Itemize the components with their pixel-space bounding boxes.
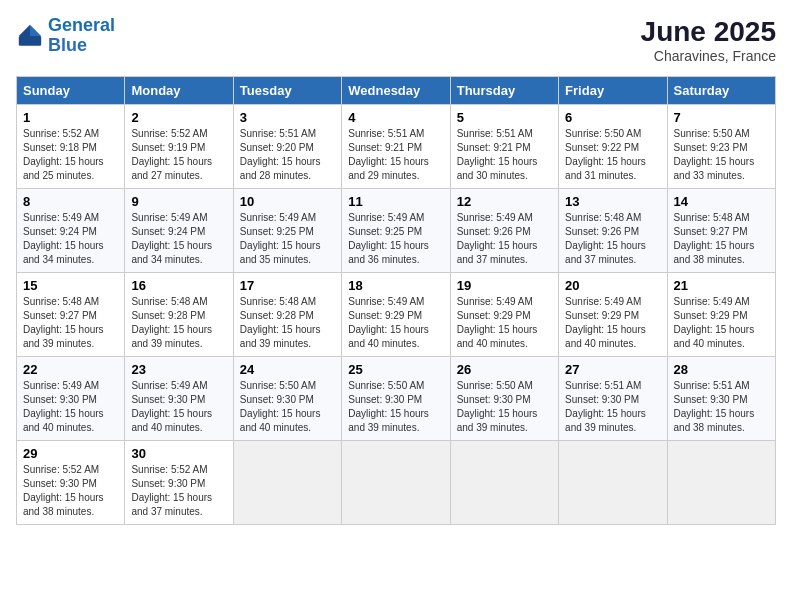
day-cell-null bbox=[667, 441, 775, 525]
day-number: 7 bbox=[674, 110, 769, 125]
day-info: Sunrise: 5:49 AMSunset: 9:29 PMDaylight:… bbox=[457, 295, 552, 351]
logo-icon bbox=[16, 22, 44, 50]
day-info: Sunrise: 5:51 AMSunset: 9:21 PMDaylight:… bbox=[348, 127, 443, 183]
col-tuesday: Tuesday bbox=[233, 77, 341, 105]
day-cell-27: 27Sunrise: 5:51 AMSunset: 9:30 PMDayligh… bbox=[559, 357, 667, 441]
day-cell-null bbox=[342, 441, 450, 525]
day-cell-null bbox=[233, 441, 341, 525]
col-saturday: Saturday bbox=[667, 77, 775, 105]
day-cell-13: 13Sunrise: 5:48 AMSunset: 9:26 PMDayligh… bbox=[559, 189, 667, 273]
day-cell-1: 1Sunrise: 5:52 AMSunset: 9:18 PMDaylight… bbox=[17, 105, 125, 189]
day-cell-7: 7Sunrise: 5:50 AMSunset: 9:23 PMDaylight… bbox=[667, 105, 775, 189]
week-row-5: 29Sunrise: 5:52 AMSunset: 9:30 PMDayligh… bbox=[17, 441, 776, 525]
day-cell-15: 15Sunrise: 5:48 AMSunset: 9:27 PMDayligh… bbox=[17, 273, 125, 357]
logo-blue: Blue bbox=[48, 35, 87, 55]
day-number: 9 bbox=[131, 194, 226, 209]
day-cell-null bbox=[559, 441, 667, 525]
day-number: 22 bbox=[23, 362, 118, 377]
week-row-3: 15Sunrise: 5:48 AMSunset: 9:27 PMDayligh… bbox=[17, 273, 776, 357]
day-cell-19: 19Sunrise: 5:49 AMSunset: 9:29 PMDayligh… bbox=[450, 273, 558, 357]
svg-marker-1 bbox=[19, 25, 30, 36]
day-info: Sunrise: 5:50 AMSunset: 9:30 PMDaylight:… bbox=[240, 379, 335, 435]
week-row-4: 22Sunrise: 5:49 AMSunset: 9:30 PMDayligh… bbox=[17, 357, 776, 441]
page-header: General Blue June 2025 Charavines, Franc… bbox=[16, 16, 776, 64]
day-info: Sunrise: 5:52 AMSunset: 9:30 PMDaylight:… bbox=[23, 463, 118, 519]
day-info: Sunrise: 5:50 AMSunset: 9:23 PMDaylight:… bbox=[674, 127, 769, 183]
day-info: Sunrise: 5:49 AMSunset: 9:29 PMDaylight:… bbox=[348, 295, 443, 351]
day-cell-28: 28Sunrise: 5:51 AMSunset: 9:30 PMDayligh… bbox=[667, 357, 775, 441]
svg-marker-0 bbox=[30, 25, 41, 36]
day-info: Sunrise: 5:48 AMSunset: 9:27 PMDaylight:… bbox=[23, 295, 118, 351]
day-cell-6: 6Sunrise: 5:50 AMSunset: 9:22 PMDaylight… bbox=[559, 105, 667, 189]
day-info: Sunrise: 5:50 AMSunset: 9:22 PMDaylight:… bbox=[565, 127, 660, 183]
header-row: Sunday Monday Tuesday Wednesday Thursday… bbox=[17, 77, 776, 105]
day-info: Sunrise: 5:48 AMSunset: 9:28 PMDaylight:… bbox=[131, 295, 226, 351]
day-cell-18: 18Sunrise: 5:49 AMSunset: 9:29 PMDayligh… bbox=[342, 273, 450, 357]
day-number: 23 bbox=[131, 362, 226, 377]
day-cell-3: 3Sunrise: 5:51 AMSunset: 9:20 PMDaylight… bbox=[233, 105, 341, 189]
day-number: 28 bbox=[674, 362, 769, 377]
day-number: 25 bbox=[348, 362, 443, 377]
logo: General Blue bbox=[16, 16, 115, 56]
day-cell-29: 29Sunrise: 5:52 AMSunset: 9:30 PMDayligh… bbox=[17, 441, 125, 525]
day-number: 6 bbox=[565, 110, 660, 125]
col-sunday: Sunday bbox=[17, 77, 125, 105]
day-info: Sunrise: 5:49 AMSunset: 9:25 PMDaylight:… bbox=[348, 211, 443, 267]
day-info: Sunrise: 5:51 AMSunset: 9:30 PMDaylight:… bbox=[565, 379, 660, 435]
calendar-table: Sunday Monday Tuesday Wednesday Thursday… bbox=[16, 76, 776, 525]
day-number: 4 bbox=[348, 110, 443, 125]
day-info: Sunrise: 5:49 AMSunset: 9:29 PMDaylight:… bbox=[674, 295, 769, 351]
day-info: Sunrise: 5:48 AMSunset: 9:27 PMDaylight:… bbox=[674, 211, 769, 267]
day-number: 14 bbox=[674, 194, 769, 209]
day-number: 29 bbox=[23, 446, 118, 461]
day-cell-10: 10Sunrise: 5:49 AMSunset: 9:25 PMDayligh… bbox=[233, 189, 341, 273]
day-number: 15 bbox=[23, 278, 118, 293]
day-cell-9: 9Sunrise: 5:49 AMSunset: 9:24 PMDaylight… bbox=[125, 189, 233, 273]
day-info: Sunrise: 5:48 AMSunset: 9:26 PMDaylight:… bbox=[565, 211, 660, 267]
day-number: 8 bbox=[23, 194, 118, 209]
day-number: 12 bbox=[457, 194, 552, 209]
day-cell-17: 17Sunrise: 5:48 AMSunset: 9:28 PMDayligh… bbox=[233, 273, 341, 357]
month-title: June 2025 bbox=[641, 16, 776, 48]
day-cell-11: 11Sunrise: 5:49 AMSunset: 9:25 PMDayligh… bbox=[342, 189, 450, 273]
day-number: 27 bbox=[565, 362, 660, 377]
day-number: 13 bbox=[565, 194, 660, 209]
day-info: Sunrise: 5:48 AMSunset: 9:28 PMDaylight:… bbox=[240, 295, 335, 351]
svg-rect-2 bbox=[19, 36, 41, 46]
day-info: Sunrise: 5:49 AMSunset: 9:30 PMDaylight:… bbox=[23, 379, 118, 435]
day-cell-5: 5Sunrise: 5:51 AMSunset: 9:21 PMDaylight… bbox=[450, 105, 558, 189]
day-info: Sunrise: 5:51 AMSunset: 9:20 PMDaylight:… bbox=[240, 127, 335, 183]
day-info: Sunrise: 5:49 AMSunset: 9:25 PMDaylight:… bbox=[240, 211, 335, 267]
day-info: Sunrise: 5:49 AMSunset: 9:24 PMDaylight:… bbox=[23, 211, 118, 267]
location: Charavines, France bbox=[641, 48, 776, 64]
logo-text: General Blue bbox=[48, 16, 115, 56]
day-number: 18 bbox=[348, 278, 443, 293]
day-cell-25: 25Sunrise: 5:50 AMSunset: 9:30 PMDayligh… bbox=[342, 357, 450, 441]
day-info: Sunrise: 5:52 AMSunset: 9:19 PMDaylight:… bbox=[131, 127, 226, 183]
week-row-1: 1Sunrise: 5:52 AMSunset: 9:18 PMDaylight… bbox=[17, 105, 776, 189]
day-cell-21: 21Sunrise: 5:49 AMSunset: 9:29 PMDayligh… bbox=[667, 273, 775, 357]
day-cell-23: 23Sunrise: 5:49 AMSunset: 9:30 PMDayligh… bbox=[125, 357, 233, 441]
day-number: 26 bbox=[457, 362, 552, 377]
day-cell-16: 16Sunrise: 5:48 AMSunset: 9:28 PMDayligh… bbox=[125, 273, 233, 357]
day-info: Sunrise: 5:51 AMSunset: 9:21 PMDaylight:… bbox=[457, 127, 552, 183]
day-number: 30 bbox=[131, 446, 226, 461]
day-cell-26: 26Sunrise: 5:50 AMSunset: 9:30 PMDayligh… bbox=[450, 357, 558, 441]
col-monday: Monday bbox=[125, 77, 233, 105]
day-info: Sunrise: 5:49 AMSunset: 9:24 PMDaylight:… bbox=[131, 211, 226, 267]
day-number: 10 bbox=[240, 194, 335, 209]
col-wednesday: Wednesday bbox=[342, 77, 450, 105]
day-info: Sunrise: 5:52 AMSunset: 9:30 PMDaylight:… bbox=[131, 463, 226, 519]
day-cell-8: 8Sunrise: 5:49 AMSunset: 9:24 PMDaylight… bbox=[17, 189, 125, 273]
day-number: 21 bbox=[674, 278, 769, 293]
day-number: 20 bbox=[565, 278, 660, 293]
day-number: 11 bbox=[348, 194, 443, 209]
day-number: 19 bbox=[457, 278, 552, 293]
day-info: Sunrise: 5:49 AMSunset: 9:30 PMDaylight:… bbox=[131, 379, 226, 435]
day-info: Sunrise: 5:51 AMSunset: 9:30 PMDaylight:… bbox=[674, 379, 769, 435]
day-number: 5 bbox=[457, 110, 552, 125]
day-cell-12: 12Sunrise: 5:49 AMSunset: 9:26 PMDayligh… bbox=[450, 189, 558, 273]
day-number: 3 bbox=[240, 110, 335, 125]
day-cell-22: 22Sunrise: 5:49 AMSunset: 9:30 PMDayligh… bbox=[17, 357, 125, 441]
day-cell-null bbox=[450, 441, 558, 525]
